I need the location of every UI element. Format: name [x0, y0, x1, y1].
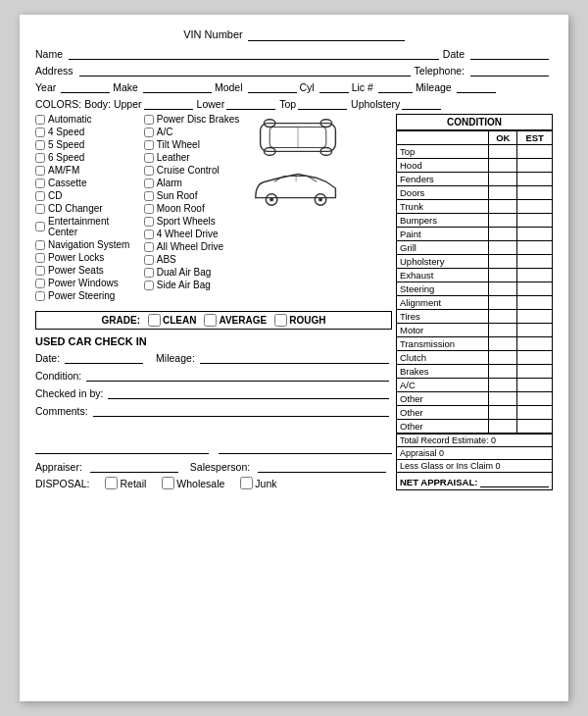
table-row: Other: [397, 420, 553, 434]
cb-discbrakes-input[interactable]: [144, 115, 154, 125]
cb-powerwindows: Power Windows: [35, 278, 136, 288]
year-input[interactable]: [61, 80, 110, 93]
cb-4wd-input[interactable]: [144, 230, 154, 239]
used-car-section: USED CAR CHECK IN Date: Mileage: Conditi…: [35, 335, 392, 489]
net-appraisal-input[interactable]: [480, 475, 549, 487]
top-color-input[interactable]: [298, 97, 347, 110]
cb-sportwheels-input[interactable]: [144, 217, 154, 227]
table-row: Tires: [397, 310, 553, 324]
used-car-title: USED CAR CHECK IN: [35, 335, 392, 347]
date2-label: Date:: [35, 352, 60, 364]
disposal-retail-input[interactable]: [105, 477, 118, 489]
svg-point-10: [318, 198, 322, 202]
table-row: Paint: [397, 228, 553, 241]
address-row: Address Telephone:: [35, 64, 553, 77]
cb-entertainment-input[interactable]: [35, 222, 45, 231]
main-content: Automatic 4 Speed 5 Speed 6 Speed: [35, 114, 553, 490]
cb-ac-input[interactable]: [144, 128, 154, 137]
grade-clean-input[interactable]: [148, 314, 161, 327]
telephone-input[interactable]: [470, 64, 549, 77]
date-input[interactable]: [470, 47, 549, 60]
cb-4wd: 4 Wheel Drive: [144, 229, 245, 239]
cb-sunroof-input[interactable]: [144, 191, 154, 201]
cb-powerwindows-input[interactable]: [35, 279, 45, 288]
grade-rough: ROUGH: [274, 314, 325, 327]
disposal-row: DISPOSAL: Retail Wholesale Junk: [35, 477, 392, 489]
upholstery-input[interactable]: [402, 97, 441, 110]
grade-average-input[interactable]: [204, 314, 217, 327]
cb-abs-input[interactable]: [144, 255, 154, 265]
cb-nav-input[interactable]: [35, 240, 45, 250]
model-input[interactable]: [248, 80, 297, 93]
totals-table: Total Record Estimate: 0 Appraisal 0 Les…: [396, 434, 553, 473]
cb-5speed-input[interactable]: [35, 140, 45, 150]
grade-rough-input[interactable]: [274, 314, 287, 327]
cb-automatic-input[interactable]: [35, 115, 45, 125]
grade-row: GRADE: CLEAN AVERAGE ROUGH: [35, 311, 392, 330]
disposal-wholesale-input[interactable]: [162, 477, 174, 489]
cb-awd: All Wheel Drive: [144, 241, 245, 252]
table-row: Trunk: [397, 200, 553, 214]
form-page: VIN Number Name Date Address Telephone: …: [20, 15, 568, 701]
table-row: Clutch: [397, 351, 553, 365]
cb-tiltwheel: Tilt Wheel: [144, 139, 245, 150]
cb-cd-input[interactable]: [35, 191, 45, 201]
address-input[interactable]: [79, 64, 411, 77]
cb-sportwheels: Sport Wheels: [144, 216, 245, 227]
cb-powerlocks-input[interactable]: [35, 253, 45, 263]
name-label: Name: [35, 48, 63, 60]
address-label: Address: [35, 65, 74, 77]
cb-leather-input[interactable]: [144, 153, 154, 163]
comments-input[interactable]: [93, 404, 389, 417]
condition-col-ok: OK: [489, 131, 517, 145]
lower-input[interactable]: [226, 97, 275, 110]
sig-row: [35, 425, 392, 454]
disposal-junk-input[interactable]: [240, 477, 253, 489]
mileage2-input[interactable]: [200, 351, 389, 364]
cb-5speed: 5 Speed: [35, 139, 136, 150]
cb-cd-changer-input[interactable]: [35, 204, 45, 214]
cb-awd-input[interactable]: [144, 242, 154, 252]
checked-by-input[interactable]: [108, 386, 389, 399]
condition-input[interactable]: [86, 369, 389, 382]
salesperson-label: Salesperson:: [190, 461, 250, 473]
table-row: Upholstery: [397, 255, 553, 269]
salesperson-input[interactable]: [258, 460, 386, 473]
mileage-input[interactable]: [457, 80, 496, 93]
cb-moonroof-input[interactable]: [144, 204, 154, 214]
cb-powerseats-input[interactable]: [35, 266, 45, 276]
lic-input[interactable]: [378, 80, 413, 93]
cb-6speed-input[interactable]: [35, 153, 45, 163]
cb-alarm-input[interactable]: [144, 179, 154, 188]
cb-abs: ABS: [144, 254, 245, 265]
lower-label: Lower: [197, 98, 225, 110]
cyl-input[interactable]: [319, 80, 349, 93]
mileage-label: Mileage: [416, 81, 452, 93]
appraiser-row: Appraiser: Salesperson:: [35, 460, 392, 473]
name-input[interactable]: [69, 47, 439, 60]
cb-amfm-input[interactable]: [35, 166, 45, 176]
date2-input[interactable]: [65, 351, 143, 364]
cb-automatic: Automatic: [35, 114, 136, 125]
cb-4speed-input[interactable]: [35, 128, 45, 137]
cb-cruise-input[interactable]: [144, 166, 154, 176]
cb-entertainment: Entertainment Center: [35, 216, 136, 237]
make-input[interactable]: [143, 80, 212, 93]
total-value: 0: [491, 435, 496, 445]
disposal-retail: Retail: [105, 477, 146, 489]
cb-sideairbag-input[interactable]: [144, 281, 154, 290]
sig-box-1: [35, 425, 209, 454]
cb-alarm: Alarm: [144, 178, 245, 188]
total-record-row: Total Record Estimate: 0: [397, 435, 553, 447]
vehicle-info-row: Year Make Model Cyl Lic # Mileage: [35, 80, 553, 93]
vin-input[interactable]: [248, 28, 405, 41]
appraiser-input[interactable]: [90, 460, 178, 473]
cb-dualairbag-input[interactable]: [144, 268, 154, 278]
cb-cruise: Cruise Control: [144, 165, 245, 176]
grade-average: AVERAGE: [204, 314, 267, 327]
cb-powersteering-input[interactable]: [35, 291, 45, 301]
cb-cassette-input[interactable]: [35, 179, 45, 188]
grade-label: GRADE:: [102, 315, 140, 326]
cb-tiltwheel-input[interactable]: [144, 140, 154, 150]
upper-input[interactable]: [144, 97, 193, 110]
